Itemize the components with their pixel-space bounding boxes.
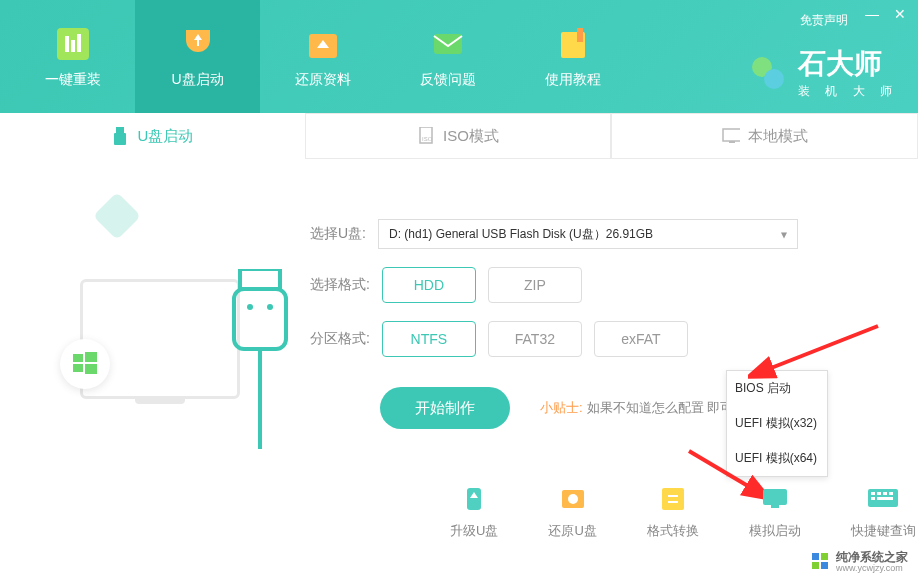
svg-rect-3 [77,34,81,52]
svg-rect-39 [812,553,819,560]
partition-option-exfat[interactable]: exFAT [594,321,688,357]
svg-rect-21 [85,352,97,362]
format-label: 选择格式: [310,276,370,294]
usb-select-label: 选择U盘: [310,225,366,243]
partition-option-fat32[interactable]: FAT32 [488,321,582,357]
usb-boot-icon [179,25,217,63]
restore-usb-icon [555,484,591,514]
svg-point-9 [764,69,784,89]
svg-rect-41 [812,562,819,569]
monitor-icon [80,279,240,399]
svg-rect-42 [821,562,828,569]
brand-logo-icon [748,53,788,93]
tool-label: 升级U盘 [450,522,498,540]
tab-iso-mode[interactable]: ISO ISO模式 [305,113,612,159]
svg-text:ISO: ISO [422,136,433,142]
nav-tutorial[interactable]: 使用教程 [510,0,635,113]
local-icon [722,127,740,145]
svg-rect-10 [116,127,124,133]
svg-rect-33 [871,492,875,495]
illustration [40,189,300,489]
brand: 石大师 装 机 大 师 [748,45,898,100]
tutorial-icon [554,25,592,63]
tip-text: 如果不知道怎么配置 即可 [587,399,734,417]
tool-label: 快捷键查询 [851,522,916,540]
header-bar: 一键重装 U盘启动 还原资料 反馈问题 使用教程 免责声明 — ✕ 石大师 [0,0,918,113]
svg-rect-5 [434,34,462,54]
svg-point-28 [568,494,578,504]
tab-local-mode[interactable]: 本地模式 [611,113,918,159]
svg-rect-34 [877,492,881,495]
tool-label: 格式转换 [647,522,699,540]
svg-rect-2 [71,40,75,52]
svg-rect-35 [883,492,887,495]
upgrade-usb-icon [456,484,492,514]
svg-rect-38 [877,497,893,500]
simulate-icon [757,484,793,514]
sub-tabs: U盘启动 ISO ISO模式 本地模式 [0,113,918,159]
restore-icon [304,25,342,63]
partition-option-ntfs[interactable]: NTFS [382,321,476,357]
svg-rect-1 [65,36,69,52]
partition-label: 分区格式: [310,330,370,348]
tool-label: 还原U盘 [548,522,596,540]
nav-label: 还原资料 [295,71,351,89]
brand-subtitle: 装 机 大 师 [798,83,898,100]
nav-feedback[interactable]: 反馈问题 [385,0,510,113]
format-option-zip[interactable]: ZIP [488,267,582,303]
tip-label: 小贴士: [540,399,583,417]
start-create-button[interactable]: 开始制作 [380,387,510,429]
watermark-url: www.ycwjzy.com [836,564,908,574]
tab-usb-boot[interactable]: U盘启动 [0,113,305,159]
iso-icon: ISO [417,127,435,145]
tool-upgrade-usb[interactable]: 升级U盘 [450,484,498,540]
usb-select-value: D: (hd1) General USB Flash Disk (U盘）26.9… [389,226,653,243]
usb-select-dropdown[interactable]: D: (hd1) General USB Flash Disk (U盘）26.9… [378,219,798,249]
svg-point-18 [247,304,253,310]
minimize-button[interactable]: — [864,6,880,22]
convert-icon [655,484,691,514]
hotkey-icon [865,484,901,514]
close-button[interactable]: ✕ [892,6,908,22]
format-option-hdd[interactable]: HDD [382,267,476,303]
popup-item-uefi-x64[interactable]: UEFI 模拟(x64) [727,441,827,476]
svg-point-19 [267,304,273,310]
nav-usb-boot[interactable]: U盘启动 [135,0,260,113]
tool-label: 模拟启动 [749,522,801,540]
svg-rect-20 [73,354,83,362]
diamond-decoration-icon [93,192,141,240]
svg-rect-17 [234,289,286,349]
svg-rect-14 [723,129,740,141]
tool-restore-usb[interactable]: 还原U盘 [548,484,596,540]
nav-label: 反馈问题 [420,71,476,89]
popup-item-bios[interactable]: BIOS 启动 [727,371,827,406]
nav-restore[interactable]: 还原资料 [260,0,385,113]
feedback-icon [429,25,467,63]
tool-convert[interactable]: 格式转换 [647,484,699,540]
svg-rect-40 [821,553,828,560]
svg-rect-36 [889,492,893,495]
svg-rect-23 [85,364,97,374]
svg-rect-16 [240,269,280,289]
tip-row: 小贴士: 如果不知道怎么配置 即可 [540,399,733,417]
boot-mode-popup: BIOS 启动 UEFI 模拟(x32) UEFI 模拟(x64) [726,370,828,477]
nav-label: U盘启动 [171,71,223,89]
popup-item-uefi-x32[interactable]: UEFI 模拟(x32) [727,406,827,441]
nav-label: 一键重装 [45,71,101,89]
reinstall-icon [54,25,92,63]
watermark: 纯净系统之家 www.ycwjzy.com [812,551,908,574]
tab-label: U盘启动 [137,127,193,146]
tool-hotkey[interactable]: 快捷键查询 [851,484,916,540]
svg-rect-31 [771,505,779,508]
svg-rect-11 [114,133,126,145]
tab-label: ISO模式 [443,127,499,146]
disclaimer-link[interactable]: 免责声明 [800,12,848,29]
brand-name: 石大师 [798,45,898,83]
svg-rect-29 [662,488,684,510]
nav-reinstall[interactable]: 一键重装 [10,0,135,113]
svg-rect-26 [467,488,481,510]
svg-rect-37 [871,497,875,500]
tool-simulate[interactable]: 模拟启动 [749,484,801,540]
watermark-logo-icon [812,553,830,571]
window-controls: — ✕ [864,6,908,22]
